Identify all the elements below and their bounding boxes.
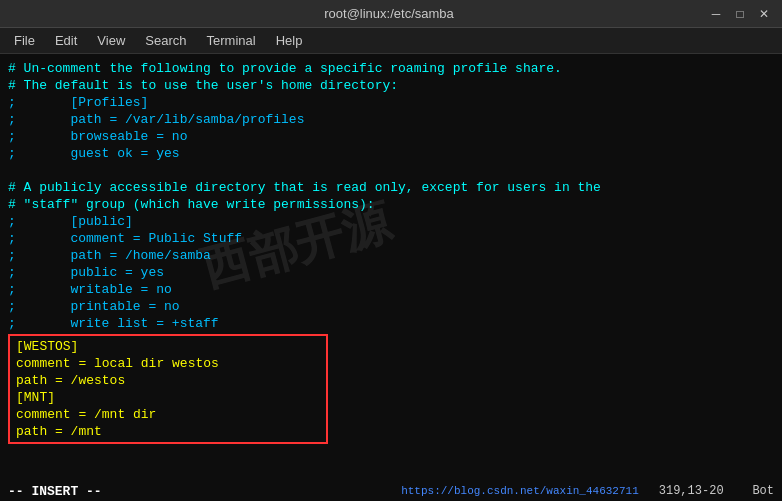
minimize-button[interactable]: ─ [708,7,724,21]
url-text: https://blog.csdn.net/waxin_44632711 [401,485,639,497]
menu-item-help[interactable]: Help [268,31,311,50]
line-11: ; comment = Public Stuff [8,230,774,247]
line-8: # A publicly accessible directory that i… [8,179,774,196]
insert-mode: -- INSERT -- [8,484,102,499]
titlebar-title: root@linux:/etc/samba [70,6,708,21]
maximize-button[interactable]: □ [732,7,748,21]
hl-6: path = /mnt [16,423,320,440]
line-5: ; browseable = no [8,128,774,145]
line-1: # Un-comment the following to provide a … [8,60,774,77]
menubar: FileEditViewSearchTerminalHelp [0,28,782,54]
line-6: ; guest ok = yes [8,145,774,162]
highlight-box: [WESTOS] comment = local dir westos path… [8,334,328,444]
line-16: ; write list = +staff [8,315,774,332]
hl-4: [MNT] [16,389,320,406]
line-7 [8,162,774,179]
hl-3: path = /westos [16,372,320,389]
line-10: ; [public] [8,213,774,230]
mode-label: -- INSERT -- [8,484,102,499]
close-button[interactable]: ✕ [756,7,772,21]
titlebar: root@linux:/etc/samba ─ □ ✕ [0,0,782,28]
line-15: ; printable = no [8,298,774,315]
line-4: ; path = /var/lib/samba/profiles [8,111,774,128]
line-9: # "staff" group (which have write permis… [8,196,774,213]
menu-item-terminal[interactable]: Terminal [199,31,264,50]
terminal: # Un-comment the following to provide a … [0,54,782,501]
titlebar-controls[interactable]: ─ □ ✕ [708,7,772,21]
menu-item-view[interactable]: View [89,31,133,50]
menu-item-file[interactable]: File [6,31,43,50]
menu-item-edit[interactable]: Edit [47,31,85,50]
line-13: ; public = yes [8,264,774,281]
line-12: ; path = /home/samba [8,247,774,264]
statusbar: -- INSERT -- https://blog.csdn.net/waxin… [0,481,782,501]
menu-item-search[interactable]: Search [137,31,194,50]
line-2: # The default is to use the user's home … [8,77,774,94]
hl-5: comment = /mnt dir [16,406,320,423]
hl-1: [WESTOS] [16,338,320,355]
cursor-position: 319,13-20 Bot [659,484,774,498]
line-14: ; writable = no [8,281,774,298]
hl-2: comment = local dir westos [16,355,320,372]
line-3: ; [Profiles] [8,94,774,111]
